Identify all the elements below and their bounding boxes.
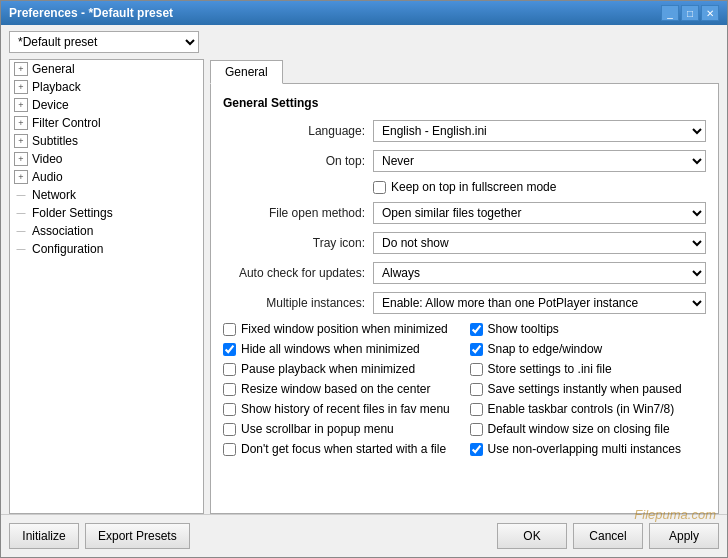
tab-general[interactable]: General [210,60,283,84]
checkbox-default-window-size: Default window size on closing file [470,422,707,438]
checkbox-dont-get-focus: Don't get focus when started with a file [223,442,460,458]
tray-icon-label: Tray icon: [223,236,373,250]
on-top-control: Never [373,150,706,172]
on-top-select[interactable]: Never [373,150,706,172]
sidebar-item-association[interactable]: — Association [10,222,203,240]
file-open-select[interactable]: Open similar files together [373,202,706,224]
language-control: English - English.ini [373,120,706,142]
multi-instances-control: Enable: Allow more than one PotPlayer in… [373,292,706,314]
sidebar-label-playback: Playback [32,80,81,94]
file-open-label: File open method: [223,206,373,220]
dash-icon-configuration: — [14,242,28,256]
sidebar-item-playback[interactable]: + Playback [10,78,203,96]
keep-on-top-checkbox[interactable] [373,181,386,194]
tab-bar: General [210,59,719,84]
preferences-window: Preferences - *Default preset _ □ ✕ *Def… [0,0,728,558]
sidebar-label-device: Device [32,98,69,112]
sidebar-label-subtitles: Subtitles [32,134,78,148]
auto-check-label: Auto check for updates: [223,266,373,280]
sidebar-item-subtitles[interactable]: + Subtitles [10,132,203,150]
checkbox-fixed-window-input[interactable] [223,323,236,336]
checkbox-snap-edge-input[interactable] [470,343,483,356]
title-bar: Preferences - *Default preset _ □ ✕ [1,1,727,25]
sidebar-item-device[interactable]: + Device [10,96,203,114]
auto-check-select[interactable]: Always [373,262,706,284]
multi-instances-row: Multiple instances: Enable: Allow more t… [223,292,706,314]
checkbox-store-settings: Store settings to .ini file [470,362,707,378]
checkbox-use-scrollbar: Use scrollbar in popup menu [223,422,460,438]
checkbox-resize-window-input[interactable] [223,383,236,396]
sidebar-item-audio[interactable]: + Audio [10,168,203,186]
dash-icon-network: — [14,188,28,202]
checkbox-taskbar-controls-input[interactable] [470,403,483,416]
checkbox-show-tooltips-input[interactable] [470,323,483,336]
checkbox-hide-windows-label: Hide all windows when minimized [241,342,420,356]
export-presets-button[interactable]: Export Presets [85,523,190,549]
auto-check-row: Auto check for updates: Always [223,262,706,284]
checkbox-pause-playback: Pause playback when minimized [223,362,460,378]
expand-icon-audio: + [14,170,28,184]
sidebar-item-general[interactable]: + General [10,60,203,78]
sidebar-label-network: Network [32,188,76,202]
multi-instances-label: Multiple instances: [223,296,373,310]
cancel-button[interactable]: Cancel [573,523,643,549]
left-panel: + General + Playback + Device + Filter C… [9,59,204,514]
title-bar-buttons: _ □ ✕ [661,5,719,21]
checkbox-hide-windows: Hide all windows when minimized [223,342,460,358]
expand-icon-playback: + [14,80,28,94]
checkbox-show-tooltips: Show tooltips [470,322,707,338]
initialize-button[interactable]: Initialize [9,523,79,549]
checkbox-show-history-input[interactable] [223,403,236,416]
checkbox-grid: Fixed window position when minimized Sho… [223,322,706,458]
sidebar-item-configuration[interactable]: — Configuration [10,240,203,258]
watermark: Filepuma.com [634,507,716,522]
checkbox-snap-edge: Snap to edge/window [470,342,707,358]
sidebar-item-filter-control[interactable]: + Filter Control [10,114,203,132]
multi-instances-select[interactable]: Enable: Allow more than one PotPlayer in… [373,292,706,314]
expand-icon-filter: + [14,116,28,130]
tray-icon-control: Do not show [373,232,706,254]
language-row: Language: English - English.ini [223,120,706,142]
sidebar-item-network[interactable]: — Network [10,186,203,204]
checkbox-resize-window-label: Resize window based on the center [241,382,430,396]
close-button[interactable]: ✕ [701,5,719,21]
checkbox-show-history: Show history of recent files in fav menu [223,402,460,418]
checkbox-non-overlapping: Use non-overlapping multi instances [470,442,707,458]
language-select[interactable]: English - English.ini [373,120,706,142]
bottom-left-buttons: Initialize Export Presets [9,523,190,549]
checkbox-taskbar-controls: Enable taskbar controls (in Win7/8) [470,402,707,418]
auto-check-control: Always [373,262,706,284]
ok-button[interactable]: OK [497,523,567,549]
sidebar-label-association: Association [32,224,93,238]
checkbox-store-settings-label: Store settings to .ini file [488,362,612,376]
sidebar-label-configuration: Configuration [32,242,103,256]
checkbox-non-overlapping-label: Use non-overlapping multi instances [488,442,681,456]
checkbox-non-overlapping-input[interactable] [470,443,483,456]
maximize-button[interactable]: □ [681,5,699,21]
checkbox-show-tooltips-label: Show tooltips [488,322,559,336]
checkbox-use-scrollbar-input[interactable] [223,423,236,436]
checkbox-save-settings-input[interactable] [470,383,483,396]
checkbox-store-settings-input[interactable] [470,363,483,376]
checkbox-fixed-window-label: Fixed window position when minimized [241,322,448,336]
checkbox-pause-playback-input[interactable] [223,363,236,376]
right-panel: General General Settings Language: Engli… [210,59,719,514]
checkbox-fixed-window: Fixed window position when minimized [223,322,460,338]
panes: + General + Playback + Device + Filter C… [1,59,727,514]
checkbox-snap-edge-label: Snap to edge/window [488,342,603,356]
preset-select[interactable]: *Default preset [9,31,199,53]
apply-button[interactable]: Apply [649,523,719,549]
sidebar-item-video[interactable]: + Video [10,150,203,168]
checkbox-hide-windows-input[interactable] [223,343,236,356]
window-title: Preferences - *Default preset [9,6,173,20]
dash-icon-folder: — [14,206,28,220]
minimize-button[interactable]: _ [661,5,679,21]
tray-icon-select[interactable]: Do not show [373,232,706,254]
main-content: *Default preset + General + Playback + D… [1,25,727,557]
checkbox-resize-window: Resize window based on the center [223,382,460,398]
checkbox-default-window-size-input[interactable] [470,423,483,436]
sidebar-item-folder-settings[interactable]: — Folder Settings [10,204,203,222]
checkbox-use-scrollbar-label: Use scrollbar in popup menu [241,422,394,436]
sidebar-label-audio: Audio [32,170,63,184]
checkbox-dont-get-focus-input[interactable] [223,443,236,456]
